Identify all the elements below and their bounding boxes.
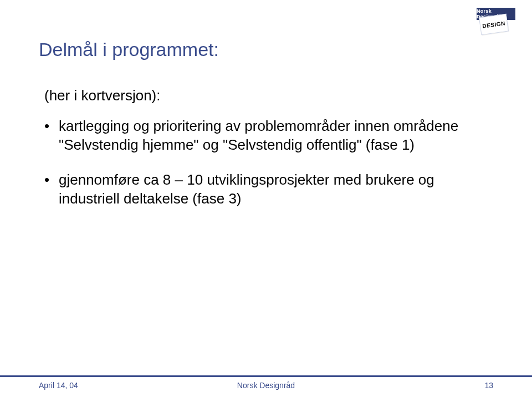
bullet-list: kartlegging og prioritering av problemom…: [39, 116, 493, 208]
footer-divider: [0, 375, 532, 377]
footer-date: April 14, 04: [39, 381, 190, 390]
slide: Norsk Designråd DESIGN Delmål i programm…: [0, 0, 532, 397]
logo-front-label: DESIGN: [479, 14, 509, 35]
footer-page-number: 13: [342, 381, 493, 390]
logo: Norsk Designråd DESIGN: [467, 8, 515, 35]
list-item: kartlegging og prioritering av problemom…: [44, 116, 493, 155]
footer-org: Norsk Designråd: [190, 381, 341, 390]
list-item: gjennomføre ca 8 – 10 utviklingsprosjekt…: [44, 170, 493, 208]
slide-subtitle: (her i kortversjon):: [39, 87, 493, 104]
slide-title: Delmål i programmet:: [39, 39, 493, 60]
footer: April 14, 04 Norsk Designråd 13: [0, 381, 532, 397]
